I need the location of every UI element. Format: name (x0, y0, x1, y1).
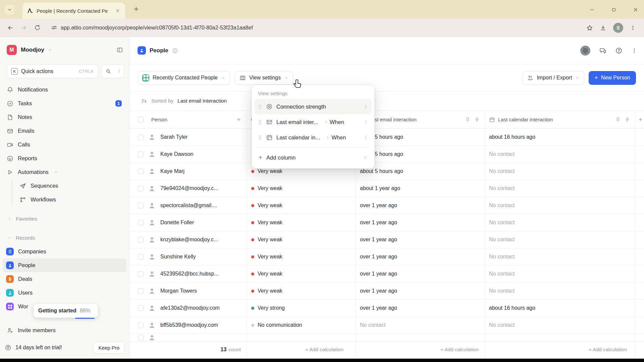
help-icon[interactable] (615, 47, 623, 54)
row-checkbox[interactable] (138, 335, 144, 341)
header-last-email-interaction[interactable]: Last email interaction (356, 111, 485, 128)
header-add-column[interactable]: + (635, 111, 644, 128)
workspace-switcher[interactable]: M Moodjoy (0, 37, 129, 55)
sidebar-item-sequences[interactable]: Sequences (15, 179, 126, 193)
pin-icon[interactable] (465, 117, 471, 122)
more-options-icon[interactable] (631, 48, 637, 54)
drag-handle-icon[interactable] (258, 104, 262, 109)
sidebar-item-workflows[interactable]: Workflows (15, 193, 126, 206)
table-row[interactable]: Donette Foller Very weak over 1 year ago… (129, 214, 644, 231)
sidebar-section-records[interactable]: Records (3, 231, 126, 245)
menu-item-when[interactable]: When (326, 134, 346, 141)
sidebar-item-notifications[interactable]: Notifications (3, 83, 126, 97)
table-row-partial[interactable] (129, 334, 644, 341)
row-checkbox[interactable] (138, 322, 144, 328)
add-calculation-button[interactable]: + Add calculation (247, 342, 356, 357)
person-name[interactable]: Sarah Tyler (160, 134, 188, 140)
chat-icon[interactable] (599, 47, 606, 54)
select-all-checkbox[interactable] (138, 117, 144, 122)
row-checkbox[interactable] (138, 134, 144, 140)
menu-item-connection-strength[interactable]: Connection strength (255, 99, 372, 114)
drag-handle-icon[interactable] (258, 120, 262, 125)
tab-close-icon[interactable] (114, 7, 121, 14)
row-checkbox[interactable] (138, 237, 144, 243)
header-person[interactable]: Person + (129, 111, 247, 128)
new-tab-button[interactable] (133, 6, 140, 12)
person-name[interactable]: Sunshine Kelly (160, 254, 196, 260)
back-button[interactable] (5, 22, 16, 34)
row-checkbox[interactable] (138, 186, 144, 191)
menu-item-last-email-interaction[interactable]: Last email inter... When (255, 114, 372, 130)
row-checkbox[interactable] (138, 288, 144, 294)
menu-add-column[interactable]: + Add column (255, 149, 372, 166)
kebab-menu-icon[interactable] (363, 135, 368, 140)
table-row[interactable]: bff5b539@moodjoy.com No communication No… (129, 317, 644, 334)
site-info-icon[interactable] (51, 24, 57, 31)
reload-button[interactable] (32, 22, 43, 34)
person-name[interactable]: knzyblake@moodjoy.c... (160, 237, 218, 243)
table-row[interactable]: spectorcalista@gmail.... Very weak over … (129, 197, 644, 214)
person-name[interactable]: Donette Foller (160, 220, 194, 226)
table-row[interactable]: Morgan Towers Very weak over 1 year ago … (129, 283, 644, 300)
forward-button[interactable] (18, 22, 30, 34)
menu-item-when[interactable]: When (324, 119, 344, 125)
person-name[interactable]: Morgan Towers (160, 288, 197, 294)
browser-profile-avatar[interactable]: S (613, 23, 623, 33)
table-row[interactable]: Sarah Tyler about 5 hours ago about 16 h… (129, 129, 644, 146)
bookmark-star-icon[interactable] (586, 24, 593, 31)
add-calculation-button[interactable]: + Add calculation (485, 342, 635, 357)
person-name[interactable]: bff5b539@moodjoy.com (160, 322, 218, 328)
add-calculation-button[interactable]: + Add calculation (356, 342, 485, 357)
sidebar-item-companies[interactable]: Companies (3, 245, 126, 258)
drag-handle-icon[interactable] (258, 135, 262, 140)
table-row[interactable]: 79e94024@moodjoy.c... Very weak about 1 … (129, 180, 644, 197)
row-checkbox[interactable] (138, 254, 144, 260)
table-row[interactable]: afe130a2@moodjoy.com Very strong over 1 … (129, 300, 644, 317)
sidebar-item-users[interactable]: Users (3, 286, 126, 300)
row-checkbox[interactable] (138, 220, 144, 226)
sidebar-item-reports[interactable]: Reports (3, 152, 126, 165)
getting-started-pill[interactable]: Getting started 86% (34, 304, 98, 318)
person-name[interactable]: 45239562@bcc.hubsp... (160, 271, 219, 277)
window-minimize-button[interactable] (588, 5, 596, 14)
sorted-by-field[interactable]: Last email interaction (177, 98, 226, 104)
table-row[interactable]: Kaye Marj Very weak about 5 hours ago No… (129, 163, 644, 180)
sidebar-collapse-icon[interactable] (116, 47, 123, 53)
person-name[interactable]: 79e94024@moodjoy.c... (160, 185, 218, 191)
add-column-icon[interactable]: + (639, 116, 642, 123)
view-selector-button[interactable]: Recently Contacted People (138, 71, 230, 85)
sidebar-item-notes[interactable]: Notes (3, 110, 126, 124)
kebab-menu-icon[interactable] (363, 104, 368, 109)
window-maximize-button[interactable] (609, 5, 618, 14)
info-icon[interactable] (172, 48, 178, 54)
browser-menu-icon[interactable] (630, 25, 636, 31)
sidebar-item-automations[interactable]: Automations (3, 165, 126, 179)
table-row[interactable]: Kaye Dawson about 5 hours ago No contact (129, 146, 644, 163)
pin-icon[interactable] (615, 117, 621, 122)
table-row[interactable]: 45239562@bcc.hubsp... Very weak over 1 y… (129, 265, 644, 283)
sidebar-item-tasks[interactable]: Tasks 1 (3, 97, 126, 110)
view-settings-button[interactable]: View settings (235, 71, 293, 85)
row-checkbox[interactable] (138, 203, 144, 208)
search-button[interactable]: / (101, 64, 124, 78)
sidebar-item-deals[interactable]: $ Deals (3, 272, 126, 286)
url-text[interactable]: app.attio.com/moodjoycorp/people/view/c0… (61, 25, 586, 31)
row-checkbox[interactable] (138, 152, 144, 157)
kebab-menu-icon[interactable] (363, 120, 368, 125)
table-row[interactable]: Sunshine Kelly Very weak over 1 year ago… (129, 248, 644, 265)
sort-bar[interactable]: Sorted by Last email interaction (129, 91, 644, 111)
add-attribute-icon[interactable]: + (237, 116, 247, 123)
person-name[interactable]: Kaye Dawson (160, 151, 194, 157)
zap-icon[interactable] (625, 117, 630, 122)
tab-search-button[interactable] (5, 5, 15, 15)
menu-item-last-calendar-interaction[interactable]: Last calendar in... When (255, 130, 372, 145)
keep-pro-button[interactable]: Keep Pro (93, 342, 124, 354)
row-checkbox[interactable] (138, 305, 144, 311)
user-avatar[interactable] (580, 46, 590, 56)
sidebar-item-calls[interactable]: Calls (3, 138, 126, 152)
import-export-button[interactable]: Import / Export (523, 71, 584, 85)
sidebar-item-emails[interactable]: Emails (3, 124, 126, 138)
header-last-calendar-interaction[interactable]: Last calendar interaction (485, 111, 635, 128)
row-checkbox[interactable] (138, 169, 144, 174)
quick-actions-button[interactable]: K Quick actions CTRLK (7, 64, 98, 78)
